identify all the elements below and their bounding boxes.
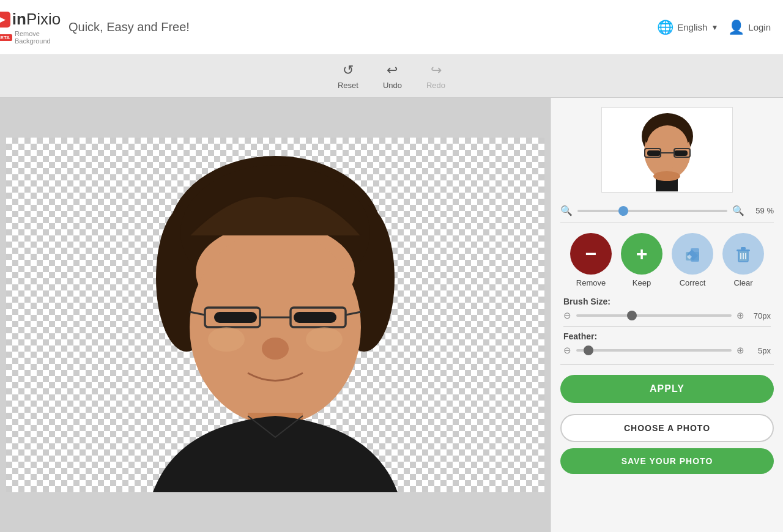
header-right: 🌐 English ▼ 👤 Login [657,20,771,35]
bottom-buttons: CHOOSE A PHOTO SAVE YOUR PHOTO [560,414,774,474]
preview-thumbnail [601,107,733,193]
choose-photo-button[interactable]: CHOOSE A PHOTO [560,414,774,442]
feather-row: ⊖ ⊕ 5px [563,345,771,356]
undo-icon: ↩ [387,62,398,78]
feather-value: 5px [749,346,771,355]
svg-point-29 [653,171,680,181]
svg-point-17 [306,327,343,352]
logo-icon: ▶ inPixio BETA Remove Background [12,12,43,43]
app-header: ▶ inPixio BETA Remove Background Quick, … [0,0,783,55]
svg-rect-36 [741,247,746,249]
feather-plus-icon[interactable]: ⊕ [737,345,744,356]
undo-button[interactable]: ↩ Undo [383,62,402,90]
correct-label: Correct [680,278,706,287]
separator [560,223,774,223]
logo-area: ▶ inPixio BETA Remove Background Quick, … [12,12,190,43]
zoom-area: 🔍 🔍 59 % [551,202,783,223]
minus-icon: − [585,243,597,265]
clear-icon-circle [722,233,764,275]
brush-size-row: ⊖ ⊕ 70px [563,310,771,321]
brush-minus-icon[interactable]: ⊖ [563,310,571,321]
feather-label: Feather: [563,331,771,341]
reset-button[interactable]: ↺ Reset [338,62,358,90]
right-panel: 🔍 🔍 59 % − Remove + Keep [551,98,783,532]
feather-slider[interactable] [576,349,732,352]
canvas-area[interactable] [0,98,551,532]
svg-rect-23 [647,150,661,156]
globe-icon: 🌐 [657,20,674,35]
plus-icon: + [636,243,648,265]
zoom-in-icon[interactable]: 🔍 [732,205,744,216]
remove-icon-circle: − [570,233,612,275]
main-area: 🔍 🔍 59 % − Remove + Keep [0,98,783,532]
reset-icon: ↺ [343,62,354,78]
person-image [116,138,434,492]
login-label: Login [748,22,771,32]
keep-label: Keep [633,278,651,287]
chevron-down-icon: ▼ [711,23,718,32]
brush-plus-icon[interactable]: ⊕ [737,310,744,321]
login-area[interactable]: 👤 Login [728,20,771,35]
trash-icon [733,243,754,264]
logo-in: in [12,10,26,28]
brush-size-slider[interactable] [576,314,732,317]
svg-point-22 [647,125,688,168]
brush-size-value: 70px [749,311,771,320]
reset-label: Reset [338,81,358,90]
logo-subtitle: Remove Background [15,30,61,45]
feather-minus-icon[interactable]: ⊖ [563,345,571,356]
tagline: Quick, Easy and Free! [69,20,190,34]
svg-rect-7 [214,312,257,323]
brush-area: Brush Size: ⊖ ⊕ 70px Feather: ⊖ ⊕ 5px [551,290,783,364]
toolbar: ↺ Reset ↩ Undo ↪ Redo [0,55,783,98]
brush-size-label: Brush Size: [563,297,771,306]
zoom-out-icon[interactable]: 🔍 [560,205,573,216]
save-photo-button[interactable]: SAVE YOUR PHOTO [560,448,774,474]
preview-area [551,98,783,202]
keep-tool-button[interactable]: + Keep [621,233,662,287]
separator2 [560,364,774,365]
svg-rect-24 [674,150,688,156]
svg-rect-8 [294,312,336,323]
thumb-svg [628,109,707,191]
svg-point-16 [208,327,245,352]
apply-button[interactable]: APPLY [560,375,774,403]
canvas-wrapper [6,138,544,492]
keep-icon-circle: + [621,233,662,275]
clear-label: Clear [733,278,752,287]
svg-point-14 [262,338,289,360]
language-label: English [677,22,707,32]
undo-label: Undo [383,81,402,90]
svg-rect-35 [737,249,750,251]
user-icon: 👤 [728,20,744,35]
logo-pixio: Pixio [26,10,61,28]
divider [563,326,771,327]
language-selector[interactable]: 🌐 English ▼ [657,20,718,35]
remove-label: Remove [576,278,606,287]
tools-area: − Remove + Keep Cor [551,227,783,290]
redo-icon: ↪ [431,62,442,78]
correct-tool-button[interactable]: Correct [672,233,713,287]
zoom-value: 59 % [749,206,774,215]
clear-tool-button[interactable]: Clear [722,233,764,287]
beta-badge: BETA [0,34,12,41]
eraser-icon [682,243,703,264]
correct-icon-circle [672,233,713,275]
redo-label: Redo [426,81,445,90]
remove-tool-button[interactable]: − Remove [570,233,612,287]
redo-button[interactable]: ↪ Redo [426,62,445,90]
zoom-slider[interactable] [577,210,727,212]
